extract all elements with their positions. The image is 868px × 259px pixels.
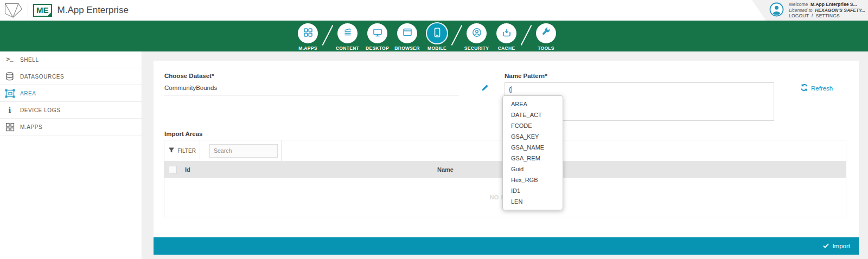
filter-button[interactable]: FILTER xyxy=(164,140,200,161)
dropdown-option[interactable]: ID1 xyxy=(503,185,563,196)
dropdown-option[interactable]: Guid xyxy=(503,164,563,174)
funnel-icon xyxy=(168,147,175,154)
edit-pencil-icon[interactable] xyxy=(481,83,489,94)
import-areas-title: Import Areas xyxy=(164,131,203,137)
refresh-label: Refresh xyxy=(811,85,833,92)
link-separator: / xyxy=(812,13,813,18)
dropdown-option[interactable]: LEN xyxy=(503,196,563,207)
nav-item-browser[interactable]: BROWSER xyxy=(392,23,422,51)
user-block: Welcome M.App Enterprise S... Licensed t… xyxy=(752,0,868,21)
dropdown-option[interactable]: GSA_KEY xyxy=(503,131,563,142)
logout-link[interactable]: LOGOUT xyxy=(789,13,809,18)
sidebar-item-device-logs[interactable]: i DEVICE LOGS xyxy=(0,102,142,119)
content-stack-icon xyxy=(342,27,353,40)
nav-item-security[interactable]: SECURITY xyxy=(462,23,492,51)
polygon-area-icon xyxy=(4,89,16,98)
cache-box-icon xyxy=(501,27,512,40)
sidebar-item-mapps[interactable]: M.APPS xyxy=(0,119,142,135)
wrench-icon xyxy=(541,27,552,40)
nav-item-mobile[interactable]: MOBILE xyxy=(422,23,452,51)
sidebar: >_ SHELL DATASOURCES AREA i DEVICE LOGS xyxy=(0,51,142,259)
name-pattern-label: Name Pattern* xyxy=(505,73,547,79)
dropdown-option[interactable]: GSA_REM xyxy=(503,153,563,164)
main-navbar: M.APPS CONTENT DESKTOP xyxy=(0,21,868,51)
sidebar-item-datasources[interactable]: DATASOURCES xyxy=(0,68,142,85)
top-header: ME M.App Enterprise Welcome M.App Enterp… xyxy=(0,0,868,21)
nav-item-desktop[interactable]: DESKTOP xyxy=(362,23,392,51)
import-button[interactable]: Import xyxy=(823,243,859,249)
dropdown-option[interactable]: Hex_RGB xyxy=(503,174,563,185)
check-icon xyxy=(823,243,829,249)
avatar-icon[interactable] xyxy=(769,2,784,19)
divider xyxy=(28,3,28,17)
dataset-value-field[interactable]: CommunityBounds xyxy=(164,85,459,95)
me-app-badge: ME xyxy=(33,4,52,17)
nav-item-tools[interactable]: TOOLS xyxy=(531,23,561,51)
search-input[interactable] xyxy=(209,144,278,158)
dropdown-option[interactable]: GSA_NAME xyxy=(503,142,563,153)
nav-separator xyxy=(451,25,463,46)
nav-separator xyxy=(521,25,532,46)
app-title: M.App Enterprise xyxy=(58,5,129,16)
column-header-id: Id xyxy=(185,166,190,173)
nav-item-content[interactable]: CONTENT xyxy=(333,23,362,51)
nav-item-mapps[interactable]: M.APPS xyxy=(293,23,323,51)
user-circle-icon xyxy=(471,27,482,40)
browser-icon xyxy=(402,27,413,40)
field-suggestions-dropdown: AREA DATE_ACT FCODE GSA_KEY GSA_NAME GSA… xyxy=(502,95,563,210)
license-line: Licensed to HEXAGON'S SAFETY... xyxy=(789,8,865,14)
select-all-checkbox[interactable] xyxy=(169,166,177,174)
terminal-icon: >_ xyxy=(4,56,16,63)
refresh-button[interactable]: Refresh xyxy=(800,83,833,93)
nav-item-cache[interactable]: CACHE xyxy=(492,23,521,51)
dropdown-option[interactable]: FCODE xyxy=(503,120,563,131)
mobile-icon xyxy=(432,27,443,40)
nav-separator xyxy=(322,25,334,46)
sidebar-item-area[interactable]: AREA xyxy=(0,85,142,102)
column-header-name: Name xyxy=(437,166,454,173)
settings-link[interactable]: SETTINGS xyxy=(816,13,840,18)
action-bar: Import xyxy=(154,237,859,255)
dropdown-option[interactable]: AREA xyxy=(503,99,563,109)
choose-dataset-label: Choose Dataset* xyxy=(164,73,214,79)
info-icon: i xyxy=(4,106,16,114)
refresh-icon xyxy=(800,83,808,93)
sidebar-item-shell[interactable]: >_ SHELL xyxy=(0,51,142,68)
dropdown-option[interactable]: DATE_ACT xyxy=(503,109,563,120)
grid-icon xyxy=(303,27,314,40)
hexagon-logo-icon xyxy=(3,0,24,21)
database-icon xyxy=(4,72,16,81)
grid-icon xyxy=(4,122,16,132)
text-cursor xyxy=(512,86,512,93)
desktop-icon xyxy=(372,27,383,40)
welcome-line: Welcome M.App Enterprise S... xyxy=(789,2,865,8)
